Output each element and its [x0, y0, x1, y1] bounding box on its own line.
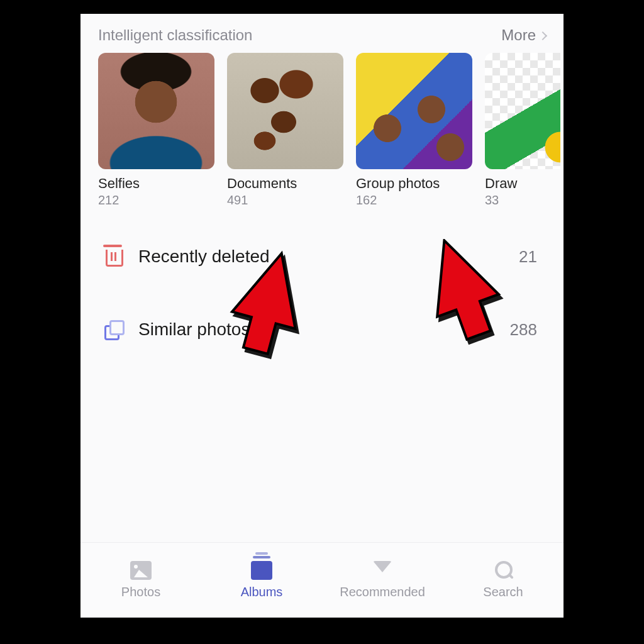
recently-deleted-row[interactable]: Recently deleted 21: [80, 233, 564, 280]
nav-albums[interactable]: Albums: [201, 543, 322, 618]
bottom-nav: Photos Albums Recommended Search: [80, 542, 564, 618]
nav-photos[interactable]: Photos: [80, 543, 201, 618]
trash-icon: [99, 248, 126, 265]
more-label: More: [501, 26, 536, 44]
section-header: Intelligent classification More: [80, 14, 564, 53]
albums-icon: [251, 561, 272, 580]
album-count: 491: [227, 193, 343, 208]
more-button[interactable]: More: [501, 26, 546, 44]
similar-photos-label: Similar photos: [138, 319, 510, 340]
album-label: Draw: [485, 175, 560, 192]
album-label: Selfies: [98, 175, 214, 192]
photos-icon: [130, 561, 152, 580]
album-count: 162: [356, 193, 472, 208]
album-card-group-photos[interactable]: Group photos 162: [356, 53, 472, 208]
nav-recommended-label: Recommended: [340, 585, 425, 599]
search-icon: [494, 561, 513, 580]
section-title: Intelligent classification: [98, 26, 252, 44]
nav-albums-label: Albums: [241, 585, 283, 599]
album-label: Group photos: [356, 175, 472, 192]
album-card-documents[interactable]: Documents 491: [227, 53, 343, 208]
album-thumbnail: [98, 53, 214, 169]
chevron-right-icon: [538, 31, 547, 40]
similar-photos-count: 288: [510, 320, 537, 340]
album-count: 33: [485, 193, 560, 208]
album-thumbnail: [356, 53, 472, 169]
nav-recommended[interactable]: Recommended: [322, 543, 443, 618]
similar-photos-row[interactable]: Similar photos 288: [80, 306, 564, 353]
recently-deleted-label: Recently deleted: [138, 247, 519, 267]
diamond-icon: [372, 561, 393, 580]
nav-search[interactable]: Search: [443, 543, 564, 618]
album-label: Documents: [227, 175, 343, 192]
album-thumbnail: [485, 53, 560, 169]
album-card-drawings[interactable]: Draw 33: [485, 53, 560, 208]
album-card-selfies[interactable]: Selfies 212: [98, 53, 214, 208]
recently-deleted-count: 21: [519, 247, 537, 267]
gallery-albums-screen: Intelligent classification More Selfies …: [80, 14, 564, 618]
nav-search-label: Search: [483, 585, 523, 599]
album-count: 212: [98, 193, 214, 208]
album-thumbnail: [227, 53, 343, 169]
classification-albums-row[interactable]: Selfies 212 Documents 491 Group photos 1…: [80, 53, 564, 208]
special-albums-list: Recently deleted 21 Similar photos 288: [80, 233, 564, 353]
stack-icon: [99, 321, 126, 338]
nav-photos-label: Photos: [121, 585, 160, 599]
